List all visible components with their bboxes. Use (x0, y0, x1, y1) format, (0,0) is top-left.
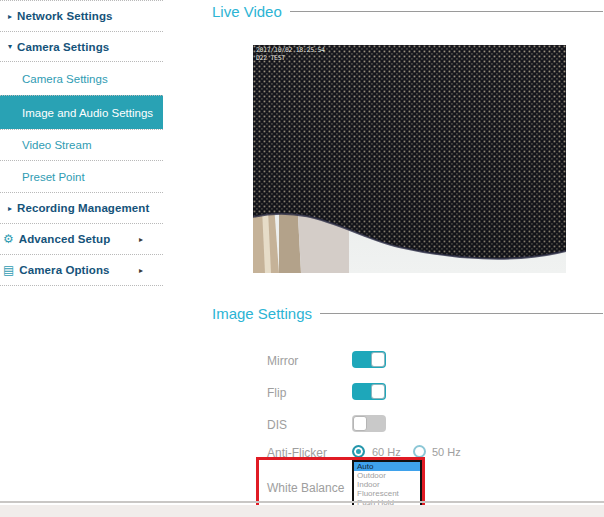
chevron-right-icon: ▸ (8, 12, 12, 21)
sidebar-item-label: Video Stream (22, 139, 91, 151)
flip-toggle[interactable] (352, 383, 386, 400)
red-highlight-box (256, 457, 425, 512)
anti-flicker-50hz-label: 50 Hz (432, 446, 461, 458)
section-title: Live Video (212, 3, 282, 20)
camera-settings-page: ▸ Network Settings ▾ Camera Settings Cam… (0, 0, 604, 517)
sidebar-item-label: Advanced Setup (19, 233, 111, 245)
sidebar-item-network-settings[interactable]: ▸ Network Settings (0, 0, 163, 31)
sidebar-item-label: Network Settings (17, 10, 113, 22)
sidebar-divider (0, 285, 163, 286)
sidebar-item-advanced-setup[interactable]: ⚙ Advanced Setup ▸ (0, 223, 163, 254)
sidebar-nav: ▸ Network Settings ▾ Camera Settings Cam… (0, 0, 163, 286)
sidebar-item-label: Preset Point (22, 171, 85, 183)
sidebar-item-recording-management[interactable]: ▸ Recording Management (0, 192, 163, 223)
sidebar-item-label: Camera Settings (17, 41, 109, 53)
sidebar-item-label: Camera Options (19, 264, 109, 276)
mirror-toggle[interactable] (352, 351, 386, 368)
dis-label: DIS (267, 418, 287, 432)
video-timestamp-overlay: 2017/10/02 18:25:54 D22 TEST (256, 47, 325, 62)
heading-rule (290, 11, 603, 12)
live-video-section-heading: Live Video (212, 3, 604, 20)
chevron-right-icon: ▸ (8, 204, 12, 213)
footer-divider (0, 501, 604, 503)
sidebar-item-camera-settings-group[interactable]: ▾ Camera Settings (0, 31, 163, 61)
live-video-preview: 2017/10/02 18:25:54 D22 TEST (253, 45, 566, 273)
heading-rule (320, 313, 603, 314)
mirror-label: Mirror (267, 354, 298, 368)
toggle-knob (371, 384, 385, 399)
section-title: Image Settings (212, 305, 312, 322)
sidebar-item-camera-settings[interactable]: Camera Settings (0, 61, 163, 95)
toggle-knob (353, 416, 367, 431)
sidebar-item-camera-options[interactable]: ▤ Camera Options ▸ (0, 254, 163, 285)
gear-icon: ⚙ (3, 233, 14, 245)
osd-camera-name: D22 TEST (256, 55, 325, 63)
document-icon: ▤ (3, 264, 14, 276)
sidebar-item-label: Image and Audio Settings (22, 107, 153, 119)
sidebar-item-preset-point[interactable]: Preset Point (0, 160, 163, 192)
expand-arrow-icon[interactable]: ▸ (139, 266, 143, 275)
chevron-down-icon: ▾ (8, 42, 12, 51)
dis-toggle[interactable] (352, 415, 386, 432)
video-scene (253, 45, 566, 273)
image-settings-section-heading: Image Settings (212, 305, 604, 322)
expand-arrow-icon[interactable]: ▸ (139, 235, 143, 244)
sidebar-item-label: Recording Management (17, 202, 149, 214)
sidebar-item-image-and-audio-settings[interactable]: Image and Audio Settings (0, 95, 163, 129)
sidebar-item-label: Camera Settings (22, 73, 108, 85)
flip-label: Flip (267, 386, 286, 400)
sidebar-item-video-stream[interactable]: Video Stream (0, 129, 163, 160)
toggle-knob (371, 352, 385, 367)
footer-bar (0, 505, 604, 517)
